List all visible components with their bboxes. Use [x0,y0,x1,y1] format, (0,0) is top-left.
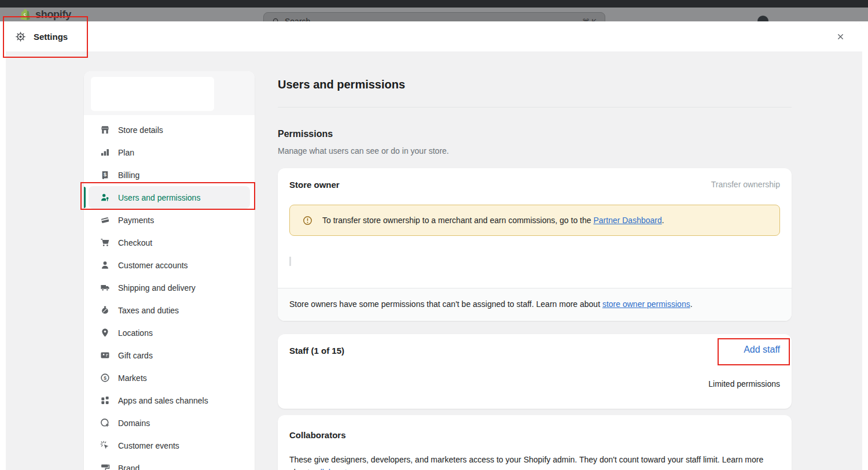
sidebar-item-domains[interactable]: Domains [84,412,255,434]
globe-dollar-icon [100,373,110,383]
staff-card-header: Staff (1 of 15) Add staff [278,334,792,357]
modal-title: Settings [34,32,68,42]
sidebar-item-label: Payments [118,216,154,225]
users-permissions-page: Users and permissions Permissions Manage… [278,51,792,470]
sidebar-item-billing[interactable]: Billing [84,164,255,186]
sidebar-item-label: Brand [118,464,139,470]
title-divider [278,107,792,108]
shopify-wordmark: shopify [35,9,71,21]
store-owner-card-footer: Store owners have some permissions that … [278,288,792,321]
sidebar-item-label: Checkout [118,238,152,247]
sidebar-item-customer-events[interactable]: Customer events [84,434,255,457]
sidebar-item-brand[interactable]: Brand [84,457,255,470]
staff-title: Staff (1 of 15) [289,345,344,357]
truck-icon [100,283,110,293]
money-bag-icon [100,305,110,315]
cart-icon [100,238,110,247]
sidebar-item-label: Plan [118,148,134,157]
sidebar-item-payments[interactable]: Payments [84,209,255,231]
sidebar-item-customer-accounts[interactable]: Customer accounts [84,254,255,276]
sidebar-item-label: Domains [118,419,150,428]
chart-steps-icon [100,147,110,157]
collaborators-card: Collaborators These give designers, deve… [278,415,792,470]
staff-permission-label: Limited permissions [708,378,780,390]
transfer-ownership-banner: To transfer store ownership to a merchan… [289,205,780,236]
store-owner-card-header: Store owner Transfer ownership [278,168,792,191]
sidebar-item-plan[interactable]: Plan [84,141,255,164]
location-pin-icon [100,328,110,338]
receipt-dollar-icon [100,170,110,180]
globe-cursor-icon [100,418,110,428]
add-staff-button[interactable]: Add staff [744,345,780,355]
gift-card-icon [100,350,110,360]
settings-sidebar: Store details Plan Billing Users and per… [84,71,255,470]
store-owner-permissions-link[interactable]: store owner permissions [602,299,690,309]
sidebar-item-label: Markets [118,373,147,383]
collaborators-link[interactable]: collaborators [312,468,358,470]
sidebar-item-locations[interactable]: Locations [84,321,255,344]
apps-grid-icon [100,395,110,405]
sidebar-item-users-and-permissions[interactable]: Users and permissions [89,186,250,209]
sidebar-item-label: Gift cards [118,351,153,360]
sidebar-item-label: Locations [118,328,153,338]
hand-card-icon [100,215,110,225]
sidebar-item-label: Billing [118,171,139,180]
settings-modal-header: Settings [6,21,862,51]
sidebar-item-checkout[interactable]: Checkout [84,231,255,254]
sidebar-item-label: Store details [118,125,163,135]
sidebar-item-apps-and-sales-channels[interactable]: Apps and sales channels [84,389,255,412]
collaborators-description: These give designers, developers, and ma… [289,453,780,470]
banner-text: To transfer store ownership to a merchan… [322,216,664,225]
settings-modal-body: Store details Plan Billing Users and per… [6,51,862,470]
sidebar-item-shipping-and-delivery[interactable]: Shipping and delivery [84,276,255,299]
gear-icon [16,32,25,42]
sidebar-item-markets[interactable]: Markets [84,367,255,389]
partner-dashboard-link[interactable]: Partner Dashboard [593,216,661,225]
store-owner-card: Store owner Transfer ownership To transf… [278,168,792,321]
staff-card: Staff (1 of 15) Add staff Limited permis… [278,334,792,409]
warning-icon [303,216,312,225]
shopify-bag-icon [19,8,31,21]
sidebar-item-taxes-and-duties[interactable]: Taxes and duties [84,299,255,321]
page-title: Users and permissions [278,77,792,91]
permissions-section-subtitle: Manage what users can see or do in your … [278,145,792,157]
transfer-ownership-button[interactable]: Transfer ownership [711,179,780,191]
user-key-icon [100,193,110,202]
shopify-logo: shopify [19,8,71,21]
close-button[interactable] [832,28,848,45]
permissions-section-title: Permissions [278,128,792,140]
sidebar-item-label: Customer events [118,441,179,450]
collaborators-title: Collaborators [289,430,346,440]
sidebar-item-label: Customer accounts [118,261,188,270]
sidebar-item-label: Taxes and duties [118,306,179,315]
store-name-redacted [91,77,214,111]
sidebar-item-label: Shipping and delivery [118,283,196,293]
storefront-icon [100,125,110,135]
cursor-click-icon [100,441,110,450]
settings-nav: Store details Plan Billing Users and per… [84,115,255,470]
close-icon [836,32,845,41]
sidebar-item-label: Apps and sales channels [118,396,208,405]
settings-modal: Settings Store details Plan [6,21,862,470]
sidebar-item-gift-cards[interactable]: Gift cards [84,344,255,367]
paint-roller-icon [100,463,110,470]
sidebar-item-store-details[interactable]: Store details [84,119,255,141]
person-icon [100,260,110,270]
store-identity-header [84,71,255,115]
owner-row-redacted [289,257,291,266]
sidebar-item-label: Users and permissions [118,193,200,202]
staff-member-row: Limited permissions [278,378,792,390]
admin-topbar-dimmed: shopify Search ⌘ K [0,8,868,21]
browser-top-strip [0,0,868,8]
store-owner-title: Store owner [289,179,340,191]
